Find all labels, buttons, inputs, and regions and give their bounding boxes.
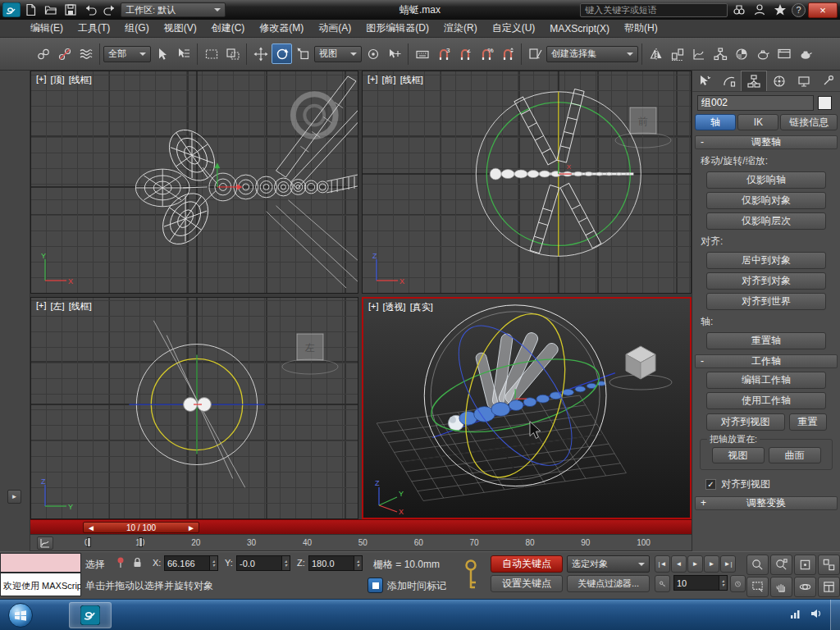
time-slider-handle[interactable]: ◄ 10 / 100 ► — [83, 522, 199, 533]
menu-rendering[interactable]: 渲染(R) — [436, 20, 485, 37]
align-to-view-button[interactable]: 对齐到视图 — [706, 413, 785, 431]
affect-object-only-button[interactable]: 仅影响对象 — [706, 192, 826, 209]
keyframe-marker[interactable] — [87, 537, 91, 547]
edit-working-pivot-button[interactable]: 编辑工作轴 — [706, 372, 826, 389]
keyframe-marker[interactable] — [139, 537, 143, 547]
help-icon[interactable]: ? — [792, 3, 806, 17]
maxscript-mini-listener[interactable]: 欢迎使用 MAXScript — [0, 573, 81, 596]
viewport-menu-button[interactable]: [+] — [36, 74, 47, 86]
favorites-star-icon[interactable] — [771, 2, 789, 18]
x-coordinate-field[interactable]: ▴▾ — [164, 555, 218, 571]
viewport-shading-button[interactable]: [线框] — [69, 74, 92, 86]
curve-editor-icon[interactable] — [688, 43, 709, 64]
place-pivot-view-button[interactable]: 视图 — [712, 447, 765, 463]
menu-views[interactable]: 视图(V) — [157, 20, 204, 37]
select-by-name-icon[interactable] — [173, 43, 194, 64]
key-filters-button[interactable]: 关键点过滤器... — [567, 575, 650, 592]
viewcube-icon[interactable] — [601, 331, 680, 394]
object-name-field[interactable] — [697, 95, 814, 111]
rollout-adjust-transform[interactable]: + 调整变换 — [695, 496, 838, 510]
bind-to-space-warp-icon[interactable] — [75, 43, 96, 64]
workspace-dropdown[interactable]: 工作区: 默认 — [121, 2, 226, 17]
select-and-scale-icon[interactable] — [293, 43, 313, 64]
unlink-selection-icon[interactable] — [54, 43, 75, 64]
menu-maxscript[interactable]: MAXScript(X) — [542, 21, 617, 36]
select-and-manipulate-icon[interactable] — [384, 43, 404, 64]
play-button[interactable]: ► — [687, 555, 703, 573]
viewport-layout-arrow-button[interactable]: ► — [7, 490, 21, 504]
render-production-icon[interactable] — [795, 43, 815, 64]
use-working-pivot-button[interactable]: 使用工作轴 — [706, 392, 826, 409]
viewport-left[interactable]: [+] [左] [线框] 左 Z Y — [30, 297, 358, 519]
select-and-link-icon[interactable] — [33, 43, 53, 64]
key-mode-toggle-icon[interactable] — [655, 575, 670, 592]
keyboard-shortcut-override-icon[interactable] — [412, 43, 432, 64]
align-to-object-button[interactable]: 对齐到对象 — [706, 272, 826, 290]
next-frame-button[interactable]: ► — [704, 555, 719, 573]
zoom-region-icon[interactable] — [746, 577, 769, 597]
edit-named-selection-sets-icon[interactable] — [525, 43, 546, 64]
center-to-object-button[interactable]: 居中到对象 — [706, 252, 826, 269]
schematic-view-icon[interactable] — [710, 43, 730, 64]
viewport-name-button[interactable]: [左] — [51, 300, 65, 313]
auto-key-button[interactable]: 自动关键点 — [491, 555, 563, 573]
zoom-icon[interactable] — [746, 555, 769, 575]
viewcube-icon[interactable]: 左 — [276, 326, 345, 378]
percent-snap-icon[interactable]: % — [476, 43, 496, 64]
pan-icon[interactable] — [770, 577, 792, 597]
selection-filter-dropdown[interactable]: 全部 — [103, 46, 151, 62]
align-to-world-button[interactable]: 对齐到世界 — [706, 293, 826, 310]
search-icon[interactable] — [730, 2, 748, 18]
viewport-name-button[interactable]: [前] — [382, 74, 396, 86]
save-file-icon[interactable] — [62, 2, 80, 18]
rollout-adjust-pivot[interactable]: - 调整轴 — [695, 135, 838, 149]
redo-icon[interactable] — [101, 2, 119, 18]
viewcube-icon[interactable]: 前 — [609, 99, 678, 152]
menu-help[interactable]: 帮助(H) — [617, 20, 665, 37]
orbit-icon[interactable] — [794, 577, 816, 597]
viewport-menu-button[interactable]: [+] — [368, 74, 378, 86]
reference-coordinate-dropdown[interactable]: 视图 — [314, 46, 362, 62]
viewport-perspective[interactable]: [+] [透视] [真实] Z X Y — [362, 297, 692, 519]
modify-tab-icon[interactable] — [717, 71, 742, 91]
place-pivot-surface-button[interactable]: 曲面 — [769, 447, 821, 463]
y-coordinate-field[interactable]: ▴▾ — [236, 555, 290, 571]
menu-group[interactable]: 组(G) — [117, 20, 156, 37]
current-frame-field[interactable]: ▴▾ — [673, 575, 728, 591]
viewport-shading-button[interactable]: [线框] — [400, 74, 423, 86]
previous-frame-button[interactable]: ◄ — [671, 555, 687, 573]
selection-set-dropdown[interactable]: 选定对象 — [567, 555, 650, 573]
menu-graph-editors[interactable]: 图形编辑器(D) — [358, 20, 436, 37]
viewport-menu-button[interactable]: [+] — [368, 301, 379, 313]
menu-modifiers[interactable]: 修改器(M) — [252, 20, 311, 37]
mirror-icon[interactable] — [646, 43, 666, 64]
spinner-icon[interactable]: ▴▾ — [719, 575, 728, 591]
track-bar[interactable]: 0 10 20 30 40 50 60 70 80 90 100 — [30, 534, 692, 551]
next-frame-icon[interactable]: ► — [187, 523, 195, 532]
hierarchy-tab-icon[interactable] — [741, 71, 767, 91]
tray-volume-icon[interactable] — [810, 608, 823, 623]
menu-customize[interactable]: 自定义(U) — [485, 20, 543, 37]
tray-network-icon[interactable] — [789, 608, 802, 623]
material-editor-icon[interactable] — [731, 43, 751, 64]
render-setup-icon[interactable] — [752, 43, 773, 64]
snaps-toggle-icon[interactable]: 3 — [433, 43, 454, 64]
menu-create[interactable]: 创建(C) — [204, 20, 253, 37]
viewport-menu-button[interactable]: [+] — [36, 300, 47, 313]
object-color-swatch[interactable] — [818, 96, 832, 110]
align-to-view-checkbox[interactable]: ✓ — [705, 479, 716, 490]
close-button[interactable]: × — [808, 2, 838, 18]
align-icon[interactable] — [667, 43, 687, 64]
reset-working-pivot-button[interactable]: 重置 — [789, 413, 827, 431]
spinner-icon[interactable]: ▴▾ — [282, 555, 290, 571]
previous-frame-icon[interactable]: ◄ — [87, 523, 95, 532]
utilities-tab-icon[interactable] — [815, 71, 840, 91]
spinner-icon[interactable]: ▴▾ — [210, 555, 218, 571]
pivot-tab[interactable]: 轴 — [695, 114, 736, 130]
rollout-working-pivot[interactable]: - 工作轴 — [695, 354, 838, 368]
app-logo-icon[interactable] — [2, 2, 21, 18]
menu-tools[interactable]: 工具(T) — [71, 20, 117, 37]
open-file-icon[interactable] — [42, 2, 60, 18]
viewport-name-button[interactable]: [顶] — [51, 74, 65, 86]
communication-center-icon[interactable] — [751, 2, 769, 18]
